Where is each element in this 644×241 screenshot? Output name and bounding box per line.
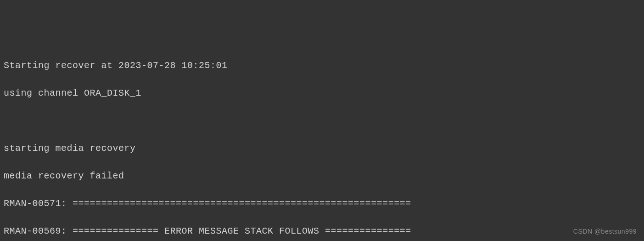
terminal-line: using channel ORA_DISK_1 <box>4 86 640 100</box>
terminal-line: starting media recovery <box>4 142 640 155</box>
terminal-line <box>4 114 640 128</box>
terminal-line: Starting recover at 2023-07-28 10:25:01 <box>4 59 640 73</box>
terminal-line: RMAN-00571: ============================… <box>4 197 640 211</box>
watermark-text: CSDN @bestsun999 <box>573 227 637 236</box>
terminal-line: media recovery failed <box>4 169 640 183</box>
terminal-line: RMAN-00569: =============== ERROR MESSAG… <box>4 224 640 238</box>
